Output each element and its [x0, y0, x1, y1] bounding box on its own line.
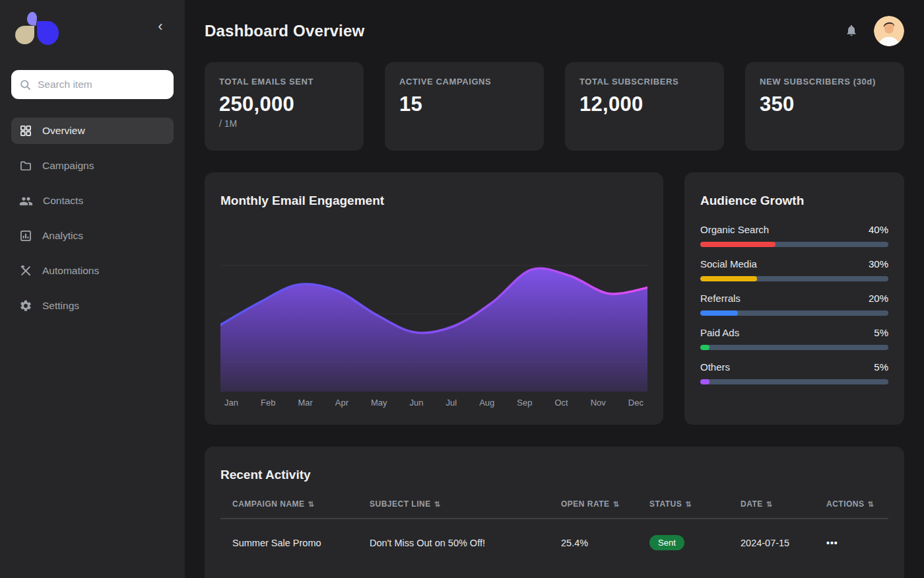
sidebar-item-contacts[interactable]: Contacts	[11, 188, 174, 214]
stat-label: TOTAL EMAILS SENT	[219, 77, 349, 87]
sidebar-item-automations[interactable]: Automations	[11, 258, 174, 284]
cell-status: Sent	[649, 535, 741, 550]
x-tick: Mar	[298, 398, 312, 408]
sidebar-item-label: Settings	[42, 300, 79, 312]
sort-icon: ⇅	[434, 500, 441, 509]
column-header-date[interactable]: DATE ⇅	[741, 499, 826, 509]
avatar-image	[874, 16, 904, 46]
column-header-campaign-name[interactable]: CAMPAIGN NAME ⇅	[232, 499, 370, 509]
stat-label: NEW SUBSCRIBERS (30d)	[760, 77, 890, 87]
charts-row: Monthly Email Engagement	[205, 172, 904, 425]
sidebar-item-label: Campaigns	[42, 160, 94, 172]
stat-card-active-campaigns: ACTIVE CAMPAIGNS 15	[385, 62, 544, 151]
x-tick: Feb	[261, 398, 275, 408]
stat-card-total-subscribers: TOTAL SUBSCRIBERS 12,000	[565, 62, 724, 151]
progress-fill	[700, 242, 776, 247]
cell-actions: •••	[826, 538, 888, 548]
sidebar-collapse-button[interactable]: ‹	[152, 18, 168, 34]
page-title: Dashboard Overview	[205, 22, 364, 40]
cell-campaign-name: Summer Sale Promo	[232, 538, 370, 548]
progress-track	[700, 345, 888, 350]
sidebar-item-label: Contacts	[43, 195, 83, 207]
x-tick: Nov	[591, 398, 606, 408]
app-logo-icon	[9, 5, 61, 52]
sidebar-item-campaigns[interactable]: Campaigns	[11, 153, 174, 179]
column-header-actions[interactable]: ACTIONS ⇅	[826, 499, 888, 509]
sort-icon: ⇅	[613, 500, 620, 509]
audience-percent: 5%	[874, 361, 888, 373]
topbar-actions	[843, 16, 904, 46]
x-tick: Sep	[517, 398, 532, 408]
table-header-row: CAMPAIGN NAME ⇅ SUBJECT LINE ⇅ OPEN RATE…	[232, 499, 888, 509]
stat-sub: / 1M	[219, 118, 349, 129]
logo-petal	[15, 26, 34, 44]
recent-activity-panel: Recent Activity CAMPAIGN NAME ⇅ SUBJECT …	[205, 447, 904, 578]
bell-icon	[845, 23, 858, 38]
tools-icon	[19, 264, 32, 277]
search-icon	[19, 79, 32, 91]
sidebar-item-analytics[interactable]: Analytics	[11, 223, 174, 249]
sidebar-item-overview[interactable]: Overview	[11, 118, 174, 144]
user-avatar[interactable]	[874, 16, 904, 46]
progress-fill	[700, 379, 710, 384]
stat-label: TOTAL SUBSCRIBERS	[579, 77, 710, 87]
x-tick: Jun	[410, 398, 424, 408]
search-input[interactable]	[38, 79, 166, 90]
engagement-chart-title: Monthly Email Engagement	[220, 194, 647, 208]
main-content: Dashboard Overview	[185, 0, 924, 578]
audience-label: Paid Ads	[700, 327, 739, 338]
sort-icon: ⇅	[868, 500, 874, 509]
bar-chart-icon	[19, 229, 32, 242]
gear-icon	[19, 299, 32, 312]
sidebar-nav: Overview Campaigns Contacts Analytics	[11, 118, 174, 319]
sidebar-item-label: Automations	[42, 265, 99, 277]
progress-fill	[700, 345, 710, 350]
sidebar-item-label: Analytics	[42, 230, 83, 242]
column-header-subject-line[interactable]: SUBJECT LINE ⇅	[370, 499, 561, 509]
logo-petal	[37, 21, 59, 45]
campaigns-table: CAMPAIGN NAME ⇅ SUBJECT LINE ⇅ OPEN RATE…	[220, 499, 888, 566]
audience-label: Organic Search	[700, 224, 769, 235]
audience-row: Referrals 20%	[700, 293, 888, 316]
column-header-status[interactable]: STATUS ⇅	[649, 499, 741, 509]
audience-row: Organic Search 40%	[700, 224, 888, 247]
cell-subject-line: Don't Miss Out on 50% Off!	[370, 538, 561, 548]
audience-row: Social Media 30%	[700, 258, 888, 281]
audience-label: Referrals	[700, 293, 741, 304]
cell-open-rate: 25.4%	[561, 538, 649, 548]
row-actions-button[interactable]: •••	[826, 538, 838, 548]
audience-percent: 5%	[874, 327, 888, 338]
stat-label: ACTIVE CAMPAIGNS	[399, 77, 529, 87]
audience-row: Paid Ads 5%	[700, 327, 888, 350]
audience-percent: 30%	[869, 258, 888, 270]
audience-growth-panel: Audience Growth Organic Search 40% Socia…	[684, 172, 904, 425]
audience-row: Others 5%	[700, 361, 888, 384]
x-tick: Dec	[628, 398, 644, 408]
stat-card-total-emails: TOTAL EMAILS SENT 250,000 / 1M	[205, 62, 364, 151]
stat-card-new-subscribers: NEW SUBSCRIBERS (30d) 350	[745, 62, 904, 151]
engagement-chart-panel: Monthly Email Engagement	[205, 172, 663, 425]
audience-percent: 40%	[869, 224, 888, 235]
progress-track	[700, 379, 888, 384]
progress-track	[700, 310, 888, 316]
folder-icon	[19, 159, 32, 172]
notifications-button[interactable]	[843, 22, 859, 41]
x-tick: Oct	[554, 398, 568, 408]
stat-value: 12,000	[579, 92, 710, 116]
sidebar-item-label: Overview	[42, 125, 85, 137]
table-row: Summer Sale Promo Don't Miss Out on 50% …	[232, 519, 888, 566]
column-header-open-rate[interactable]: OPEN RATE ⇅	[561, 499, 649, 509]
sidebar-item-settings[interactable]: Settings	[11, 293, 174, 319]
sort-icon: ⇅	[685, 500, 692, 509]
stat-value: 350	[760, 92, 890, 116]
recent-activity-title: Recent Activity	[220, 468, 888, 482]
progress-fill	[700, 310, 738, 316]
x-tick: Jul	[446, 398, 457, 408]
x-tick: May	[371, 398, 387, 408]
progress-fill	[700, 276, 757, 281]
status-badge: Sent	[649, 535, 684, 550]
search-box[interactable]	[11, 70, 174, 99]
stat-cards: TOTAL EMAILS SENT 250,000 / 1M ACTIVE CA…	[205, 62, 904, 151]
x-axis-labels: Jan Feb Mar Apr May Jun Jul Aug Sep Oct …	[220, 398, 647, 408]
logo-row: ‹	[11, 5, 174, 58]
